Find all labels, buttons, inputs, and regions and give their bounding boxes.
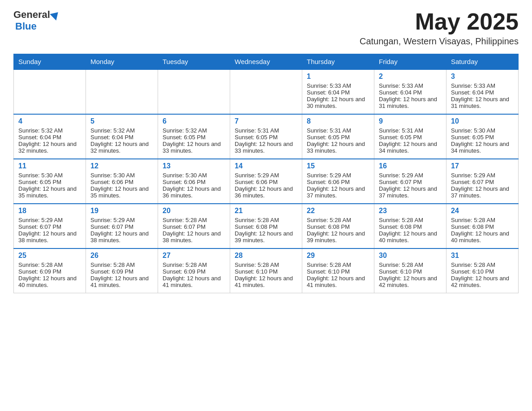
sunset-text: Sunset: 6:07 PM (90, 223, 153, 230)
calendar-cell: 8Sunrise: 5:31 AMSunset: 6:05 PMDaylight… (302, 114, 374, 159)
daylight-text: Daylight: 12 hours and 31 minutes. (379, 96, 442, 109)
day-number: 16 (379, 162, 442, 170)
calendar-cell: 7Sunrise: 5:31 AMSunset: 6:05 PMDaylight… (230, 114, 302, 159)
day-number: 14 (235, 162, 297, 170)
sunrise-text: Sunrise: 5:31 AM (379, 127, 442, 134)
daylight-text: Daylight: 12 hours and 33 minutes. (307, 141, 369, 154)
calendar-cell: 1Sunrise: 5:33 AMSunset: 6:04 PMDaylight… (302, 69, 374, 114)
daylight-text: Daylight: 12 hours and 34 minutes. (379, 141, 442, 154)
calendar-cell: 29Sunrise: 5:28 AMSunset: 6:10 PMDayligh… (302, 248, 374, 293)
sunrise-text: Sunrise: 5:33 AM (379, 82, 442, 89)
day-number: 21 (235, 207, 297, 215)
col-header-monday: Monday (86, 54, 158, 70)
daylight-text: Daylight: 12 hours and 36 minutes. (235, 185, 297, 199)
daylight-text: Daylight: 12 hours and 34 minutes. (451, 141, 514, 154)
sunset-text: Sunset: 6:06 PM (163, 179, 225, 185)
sunset-text: Sunset: 6:04 PM (451, 89, 514, 96)
sunset-text: Sunset: 6:08 PM (451, 223, 514, 230)
day-number: 27 (163, 252, 225, 260)
logo: General Blue (13, 9, 61, 32)
daylight-text: Daylight: 12 hours and 33 minutes. (235, 141, 297, 154)
daylight-text: Daylight: 12 hours and 41 minutes. (235, 275, 297, 288)
calendar-cell (86, 69, 158, 114)
daylight-text: Daylight: 12 hours and 35 minutes. (18, 185, 81, 199)
calendar-cell: 16Sunrise: 5:29 AMSunset: 6:07 PMDayligh… (374, 159, 446, 204)
col-header-wednesday: Wednesday (230, 54, 302, 70)
calendar-cell: 4Sunrise: 5:32 AMSunset: 6:04 PMDaylight… (14, 114, 86, 159)
sunset-text: Sunset: 6:04 PM (90, 134, 153, 141)
sunset-text: Sunset: 6:05 PM (379, 134, 442, 141)
sunrise-text: Sunrise: 5:31 AM (235, 127, 297, 134)
calendar-cell: 26Sunrise: 5:28 AMSunset: 6:09 PMDayligh… (86, 248, 158, 293)
daylight-text: Daylight: 12 hours and 39 minutes. (307, 230, 369, 244)
week-row-4: 18Sunrise: 5:29 AMSunset: 6:07 PMDayligh… (14, 204, 519, 248)
day-number: 2 (379, 73, 442, 81)
calendar-cell: 24Sunrise: 5:28 AMSunset: 6:08 PMDayligh… (446, 204, 519, 248)
sunset-text: Sunset: 6:09 PM (90, 268, 153, 275)
calendar-cell: 20Sunrise: 5:28 AMSunset: 6:07 PMDayligh… (158, 204, 230, 248)
daylight-text: Daylight: 12 hours and 38 minutes. (163, 230, 225, 244)
sunrise-text: Sunrise: 5:30 AM (18, 172, 81, 179)
sunrise-text: Sunrise: 5:28 AM (307, 261, 369, 268)
calendar-cell: 25Sunrise: 5:28 AMSunset: 6:09 PMDayligh… (14, 248, 86, 293)
daylight-text: Daylight: 12 hours and 41 minutes. (90, 275, 153, 288)
calendar-cell: 23Sunrise: 5:28 AMSunset: 6:08 PMDayligh… (374, 204, 446, 248)
daylight-text: Daylight: 12 hours and 31 minutes. (451, 96, 514, 109)
col-header-friday: Friday (374, 54, 446, 70)
sunrise-text: Sunrise: 5:32 AM (163, 127, 225, 134)
sunset-text: Sunset: 6:04 PM (307, 89, 369, 96)
day-number: 7 (235, 117, 297, 125)
day-number: 10 (451, 117, 514, 125)
col-header-saturday: Saturday (446, 54, 519, 70)
logo-blue: Blue (15, 21, 37, 32)
calendar-cell: 12Sunrise: 5:30 AMSunset: 6:06 PMDayligh… (86, 159, 158, 204)
day-number: 4 (18, 117, 81, 125)
day-number: 1 (307, 73, 369, 81)
sunrise-text: Sunrise: 5:29 AM (307, 172, 369, 179)
day-number: 5 (90, 117, 153, 125)
sunset-text: Sunset: 6:07 PM (18, 223, 81, 230)
calendar-cell: 6Sunrise: 5:32 AMSunset: 6:05 PMDaylight… (158, 114, 230, 159)
daylight-text: Daylight: 12 hours and 37 minutes. (451, 185, 514, 199)
calendar-cell: 3Sunrise: 5:33 AMSunset: 6:04 PMDaylight… (446, 69, 519, 114)
daylight-text: Daylight: 12 hours and 37 minutes. (379, 185, 442, 199)
sunrise-text: Sunrise: 5:28 AM (90, 261, 153, 268)
day-number: 15 (307, 162, 369, 170)
sunrise-text: Sunrise: 5:29 AM (451, 172, 514, 179)
daylight-text: Daylight: 12 hours and 41 minutes. (307, 275, 369, 288)
location-subtitle: Catungan, Western Visayas, Philippines (360, 36, 519, 47)
day-number: 25 (18, 252, 81, 260)
sunrise-text: Sunrise: 5:28 AM (235, 217, 297, 223)
calendar-cell (14, 69, 86, 114)
sunset-text: Sunset: 6:07 PM (451, 179, 514, 185)
calendar-cell: 17Sunrise: 5:29 AMSunset: 6:07 PMDayligh… (446, 159, 519, 204)
sunset-text: Sunset: 6:06 PM (235, 179, 297, 185)
day-number: 28 (235, 252, 297, 260)
daylight-text: Daylight: 12 hours and 35 minutes. (90, 185, 153, 199)
week-row-5: 25Sunrise: 5:28 AMSunset: 6:09 PMDayligh… (14, 248, 519, 293)
day-number: 26 (90, 252, 153, 260)
day-number: 8 (307, 117, 369, 125)
calendar-cell: 31Sunrise: 5:28 AMSunset: 6:10 PMDayligh… (446, 248, 519, 293)
sunset-text: Sunset: 6:04 PM (379, 89, 442, 96)
logo-triangle-icon (50, 9, 61, 20)
sunrise-text: Sunrise: 5:31 AM (307, 127, 369, 134)
sunrise-text: Sunrise: 5:28 AM (18, 261, 81, 268)
col-header-tuesday: Tuesday (158, 54, 230, 70)
day-number: 20 (163, 207, 225, 215)
sunrise-text: Sunrise: 5:29 AM (18, 217, 81, 223)
page-header: General Blue May 2025 Catungan, Western … (13, 9, 519, 47)
sunrise-text: Sunrise: 5:32 AM (18, 127, 81, 134)
daylight-text: Daylight: 12 hours and 38 minutes. (18, 230, 81, 244)
sunset-text: Sunset: 6:10 PM (379, 268, 442, 275)
day-number: 19 (90, 207, 153, 215)
sunrise-text: Sunrise: 5:33 AM (451, 82, 514, 89)
sunset-text: Sunset: 6:10 PM (235, 268, 297, 275)
day-number: 31 (451, 252, 514, 260)
day-number: 11 (18, 162, 81, 170)
daylight-text: Daylight: 12 hours and 37 minutes. (307, 185, 369, 199)
sunset-text: Sunset: 6:05 PM (18, 179, 81, 185)
day-number: 13 (163, 162, 225, 170)
week-row-1: 1Sunrise: 5:33 AMSunset: 6:04 PMDaylight… (14, 69, 519, 114)
daylight-text: Daylight: 12 hours and 30 minutes. (307, 96, 369, 109)
